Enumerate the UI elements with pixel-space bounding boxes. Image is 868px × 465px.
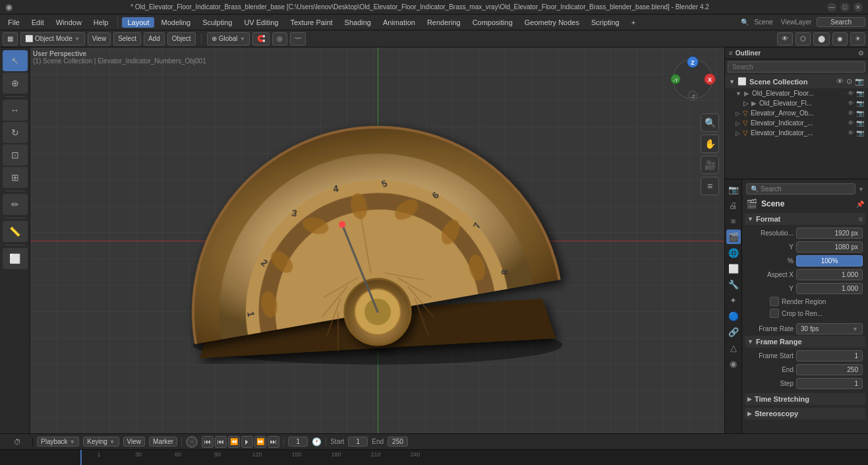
frame-end-value[interactable]: 250	[796, 364, 863, 375]
camera-button[interactable]: 🎥	[701, 156, 719, 174]
select-menu[interactable]: Select	[113, 32, 141, 46]
object-menu[interactable]: Object	[167, 32, 196, 46]
item-1-render[interactable]: 📷	[856, 100, 864, 107]
transform-orientation[interactable]: ⊕ Global ▼	[207, 32, 250, 46]
frame-range-header[interactable]: ▼ Frame Range	[745, 336, 865, 348]
marker-menu[interactable]: Marker	[149, 437, 177, 447]
move-tool-button[interactable]: ↔	[3, 100, 28, 121]
prev-keyframe-button[interactable]: ⏮	[215, 436, 227, 448]
outliner-search[interactable]	[728, 61, 865, 73]
mode-selector[interactable]: ⬜ Object Mode ▼	[20, 32, 85, 46]
frame-start-value[interactable]: 1	[796, 350, 863, 361]
workspace-texture-paint[interactable]: Texture Paint	[285, 17, 337, 28]
collection-item-1[interactable]: ▷ ▶ Old_Elevator_Fl... 👁 📷	[725, 98, 868, 108]
measure-tool-button[interactable]: 📏	[3, 221, 28, 242]
workspace-shading[interactable]: Shading	[339, 17, 376, 28]
resolution-x-value[interactable]: 1920 px	[796, 228, 863, 239]
snap-toggle[interactable]: 🧲	[252, 32, 270, 46]
menu-help[interactable]: Help	[88, 17, 114, 28]
menu-file[interactable]: File	[3, 17, 25, 28]
aspect-x-value[interactable]: 1.000	[796, 269, 863, 280]
render-region-checkbox[interactable]	[770, 297, 779, 306]
resolution-percent-value[interactable]: 100%	[796, 255, 863, 266]
workspace-animation[interactable]: Animation	[378, 17, 420, 28]
playback-menu[interactable]: Playback ▼	[37, 437, 79, 447]
stereoscopy-header[interactable]: ▶ Stereoscopy	[745, 408, 865, 419]
prop-output-button[interactable]: 🖨	[726, 198, 741, 212]
prop-render-button[interactable]: 📷	[726, 182, 741, 197]
workspace-modeling[interactable]: Modeling	[156, 17, 196, 28]
keying-menu[interactable]: Keying ▼	[83, 437, 119, 447]
prop-material-button[interactable]: ◉	[726, 356, 741, 371]
item-1-visible[interactable]: 👁	[848, 100, 854, 107]
overlay-toggle[interactable]: 👁	[777, 32, 793, 46]
play-reverse-button[interactable]: ⏪	[228, 436, 240, 448]
view-menu[interactable]: View	[123, 437, 146, 447]
workspace-compositing[interactable]: Compositing	[467, 17, 518, 28]
item-4-visible[interactable]: 👁	[848, 129, 854, 137]
play-forward-button[interactable]: ⏵	[241, 436, 253, 448]
shading-material[interactable]: ◉	[832, 32, 848, 46]
props-search-bar[interactable]: 🔍 Search	[746, 183, 855, 195]
format-section-header[interactable]: ▼ Format ≡	[745, 213, 865, 225]
aspect-y-value[interactable]: 1.000	[796, 283, 863, 294]
time-stretching-header[interactable]: ▶ Time Stretching	[745, 393, 865, 405]
item-4-render[interactable]: 📷	[856, 129, 864, 137]
frame-step-value[interactable]: 1	[796, 378, 863, 389]
view-layer-selector[interactable]: ViewLayer	[778, 18, 815, 26]
jump-start-button[interactable]: ⏮	[202, 436, 214, 448]
props-options-icon[interactable]: ▼	[858, 186, 864, 193]
collection-render-icon[interactable]: 📷	[855, 77, 864, 86]
workspace-geometry-nodes[interactable]: Geometry Nodes	[519, 17, 585, 28]
outliner-filter-icon[interactable]: ⚙	[858, 49, 864, 57]
prop-world-button[interactable]: 🌐	[726, 245, 741, 260]
workspace-scripting[interactable]: Scripting	[586, 17, 625, 28]
collection-item-0[interactable]: ▼ ▶ Old_Elevator_Floor... 👁 📷	[725, 88, 868, 98]
add-menu[interactable]: Add	[144, 32, 165, 46]
prop-constraints-button[interactable]: 🔗	[726, 325, 741, 339]
item-0-render[interactable]: 📷	[856, 90, 864, 97]
minimize-button[interactable]: —	[827, 3, 836, 12]
prop-data-button[interactable]: △	[726, 340, 741, 355]
menu-edit[interactable]: Edit	[26, 17, 49, 28]
prop-object-button[interactable]: ⬜	[726, 261, 741, 276]
prop-view-layer-button[interactable]: ≡	[726, 214, 741, 228]
shading-solid[interactable]: ⬤	[813, 32, 830, 46]
search-field[interactable]: Search	[817, 17, 865, 27]
item-3-visible[interactable]: 👁	[848, 119, 854, 127]
header-view-controls[interactable]: ▦	[3, 32, 18, 46]
item-2-visible[interactable]: 👁	[848, 109, 854, 117]
cursor-tool-button[interactable]: ⊕	[3, 73, 28, 94]
annotate-tool-button[interactable]: ✏	[3, 194, 28, 215]
prop-physics-button[interactable]: 🔵	[726, 309, 741, 323]
prop-modifier-button[interactable]: 🔧	[726, 277, 741, 292]
format-menu-icon[interactable]: ≡	[859, 215, 863, 223]
collection-visible-icon[interactable]: 👁	[836, 77, 844, 86]
xray-toggle[interactable]: ⬡	[796, 32, 811, 46]
end-frame-display[interactable]: 250	[388, 437, 408, 447]
select-tool-button[interactable]: ↖	[3, 50, 28, 71]
workspace-layout[interactable]: Layout	[122, 17, 154, 28]
autokey-indicator[interactable]: ○	[186, 436, 198, 448]
workspace-rendering[interactable]: Rendering	[422, 17, 466, 28]
workspace-add[interactable]: +	[626, 17, 641, 28]
scene-selector[interactable]: Scene	[751, 18, 775, 26]
view-menu[interactable]: View	[88, 32, 111, 46]
transform-tool-button[interactable]: ⊞	[3, 167, 28, 188]
add-object-button[interactable]: ⬜	[3, 248, 28, 269]
proportional-editing[interactable]: ◎	[272, 32, 287, 46]
viewport-3d[interactable]: User Perspective (1) Scene Collection | …	[30, 47, 724, 433]
menu-window[interactable]: Window	[51, 17, 87, 28]
pan-button[interactable]: ✋	[701, 135, 719, 153]
next-keyframe-button[interactable]: ⏩	[254, 436, 266, 448]
item-2-render[interactable]: 📷	[856, 109, 864, 117]
viewport-gizmo[interactable]: Z X -Y -Z	[666, 53, 719, 106]
scene-collection-header[interactable]: ▼ ⬜ Scene Collection 👁 ⊙ 📷	[725, 75, 868, 88]
collection-item-2[interactable]: ▷ ▽ Elevator_Arrow_Ob... 👁 📷	[725, 108, 868, 118]
workspace-sculpting[interactable]: Sculpting	[197, 17, 237, 28]
item-0-visible[interactable]: 👁	[848, 90, 854, 97]
maximize-button[interactable]: □	[840, 3, 850, 12]
frame-rate-dropdown[interactable]: 30 fps ▼	[796, 323, 863, 334]
collection-item-4[interactable]: ▷ ▽ Elevator_Indicator_... 👁 📷	[725, 128, 868, 138]
prop-scene-button[interactable]: 🎬	[726, 230, 741, 244]
